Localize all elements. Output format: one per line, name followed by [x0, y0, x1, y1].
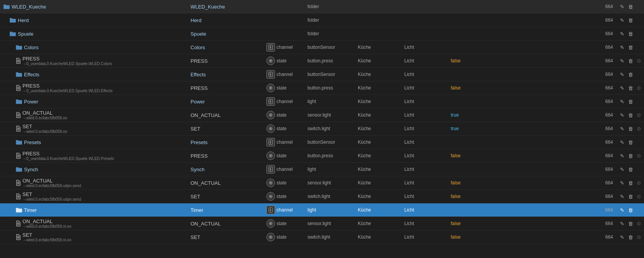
file-icon	[15, 153, 21, 159]
table-row[interactable]: SET →wled.0.ecfabc5fb058.udpn.send SET s…	[0, 190, 644, 203]
tree-label: Herd	[18, 17, 29, 23]
tree-label: Presets	[24, 139, 41, 145]
svg-point-47	[270, 196, 271, 197]
file-icon	[15, 58, 21, 64]
group-cell: Licht	[404, 58, 451, 64]
edit-button[interactable]: ✎	[618, 206, 625, 213]
channel-icon	[266, 97, 275, 106]
edit-button[interactable]: ✎	[618, 179, 625, 186]
gear-button[interactable]: ⚙	[635, 193, 642, 200]
actions-cell: ✎ 🗑	[615, 98, 642, 105]
edit-button[interactable]: ✎	[618, 152, 625, 159]
id-cell: 664	[596, 126, 615, 131]
table-row[interactable]: Timer Timer channel light Küche Licht 66…	[0, 203, 644, 217]
gear-button[interactable]: ⚙	[635, 234, 642, 241]
table-row[interactable]: SET →wled.0.ecfabc5fb058.nl.on SET state…	[0, 230, 644, 244]
type-icon-cell	[265, 70, 276, 79]
edit-button[interactable]: ✎	[618, 193, 625, 200]
edit-button[interactable]: ✎	[618, 57, 625, 64]
edit-button[interactable]: ✎	[618, 125, 625, 132]
table-row[interactable]: Herd Herd folder 664 ✎ 🗑	[0, 14, 644, 27]
table-row[interactable]: PRESS →0_userdata.0.KuecheWLED.Spuele.WL…	[0, 149, 644, 163]
subtype-cell: sensor.light	[307, 221, 358, 226]
id-cell: 664	[596, 17, 615, 23]
state-icon	[266, 57, 275, 65]
delete-button[interactable]: 🗑	[627, 98, 634, 105]
gear-button[interactable]: ⚙	[635, 84, 642, 91]
state-icon	[266, 111, 275, 119]
delete-button[interactable]: 🗑	[627, 206, 634, 213]
edit-button[interactable]: ✎	[618, 220, 625, 227]
gear-button[interactable]: ⚙	[635, 57, 642, 64]
delete-button[interactable]: 🗑	[627, 17, 634, 24]
actions-cell: ✎ 🗑 ⚙	[615, 84, 642, 91]
tree-cell: SET →wled.0.ecfabc5fb058.nl.on	[2, 232, 187, 242]
delete-button[interactable]: 🗑	[627, 234, 634, 241]
delete-button[interactable]: 🗑	[627, 166, 634, 173]
delete-button[interactable]: 🗑	[627, 3, 634, 10]
table-row[interactable]: Synch Synch channel light Küche Licht 66…	[0, 163, 644, 176]
delete-button[interactable]: 🗑	[627, 71, 634, 78]
table-row[interactable]: Presets Presets channel buttonSensor Küc…	[0, 136, 644, 149]
edit-button[interactable]: ✎	[618, 112, 625, 119]
delete-button[interactable]: 🗑	[627, 112, 634, 119]
table-row[interactable]: Power Power channel light Küche Licht 66…	[0, 95, 644, 108]
delete-button[interactable]: 🗑	[627, 57, 634, 64]
gear-button[interactable]: ⚙	[635, 220, 642, 227]
subtype-cell: light	[307, 99, 358, 104]
type-cell: channel	[276, 139, 307, 145]
edit-button[interactable]: ✎	[618, 30, 625, 37]
delete-button[interactable]: 🗑	[627, 44, 634, 51]
edit-button[interactable]: ✎	[618, 71, 625, 78]
delete-button[interactable]: 🗑	[627, 193, 634, 200]
delete-button[interactable]: 🗑	[627, 125, 634, 132]
delete-button[interactable]: 🗑	[627, 30, 634, 37]
subtype-cell: folder	[307, 4, 358, 9]
edit-button[interactable]: ✎	[618, 139, 625, 146]
group-cell: Licht	[404, 112, 451, 118]
table-row[interactable]: Effects Effects channel buttonSensor Küc…	[0, 68, 644, 81]
type-cell: state	[276, 194, 307, 199]
gear-button[interactable]: ⚙	[635, 152, 642, 159]
channel-icon	[266, 165, 275, 174]
tree-cell: Timer	[2, 207, 187, 213]
edit-button[interactable]: ✎	[618, 98, 625, 105]
table-row[interactable]: ON_ACTUAL →wled.0.ecfabc5fb058.udpn.send…	[0, 176, 644, 190]
edit-button[interactable]: ✎	[618, 234, 625, 241]
gear-button[interactable]: ⚙	[635, 125, 642, 132]
edit-button[interactable]: ✎	[618, 166, 625, 173]
table-row[interactable]: ON_ACTUAL →wled.0.ecfabc5fb058.on ON_ACT…	[0, 108, 644, 122]
type-cell: state	[276, 85, 307, 91]
state-icon	[266, 124, 275, 133]
name-cell: Colors	[187, 45, 265, 50]
table-row[interactable]: Spuele Spuele folder 664 ✎ 🗑	[0, 27, 644, 41]
actions-cell: ✎ 🗑	[615, 44, 642, 51]
tree-cell: Effects	[2, 72, 187, 77]
table-row[interactable]: Colors Colors channel buttonSensor Küche…	[0, 41, 644, 54]
delete-button[interactable]: 🗑	[627, 179, 634, 186]
group-cell: Licht	[404, 234, 451, 240]
edit-button[interactable]: ✎	[618, 44, 625, 51]
channel-icon	[266, 70, 275, 79]
table-row[interactable]: WLED_Kueche WLED_Kueche folder 664 ✎ 🗑	[0, 0, 644, 14]
table-row[interactable]: PRESS →0_userdata.0.KuecheWLED.Spuele.WL…	[0, 81, 644, 95]
tree-cell: SET →wled.0.ecfabc5fb058.udpn.send	[2, 191, 187, 201]
gear-button[interactable]: ⚙	[635, 179, 642, 186]
edit-button[interactable]: ✎	[618, 17, 625, 24]
delete-button[interactable]: 🗑	[627, 152, 634, 159]
value-cell: false	[451, 85, 596, 91]
name-cell: Herd	[187, 17, 265, 23]
edit-button[interactable]: ✎	[618, 84, 625, 91]
edit-button[interactable]: ✎	[618, 3, 625, 10]
tree-label: ON_ACTUAL	[22, 110, 67, 116]
delete-button[interactable]: 🗑	[627, 220, 634, 227]
table-row[interactable]: PRESS →0_userdata.0.KuecheWLED.Spuele.WL…	[0, 54, 644, 68]
table-row[interactable]: SET →wled.0.ecfabc5fb058.on SET state sw…	[0, 122, 644, 136]
table-row[interactable]: ON_ACTUAL →wled.0.ecfabc5fb058.nl.on ON_…	[0, 217, 644, 230]
type-icon-cell	[265, 97, 276, 106]
delete-button[interactable]: 🗑	[627, 84, 634, 91]
tree-cell: PRESS →0_userdata.0.KuecheWLED.Spuele.WL…	[2, 56, 187, 66]
gear-button[interactable]: ⚙	[635, 112, 642, 119]
type-cell: state	[276, 153, 307, 158]
delete-button[interactable]: 🗑	[627, 139, 634, 146]
